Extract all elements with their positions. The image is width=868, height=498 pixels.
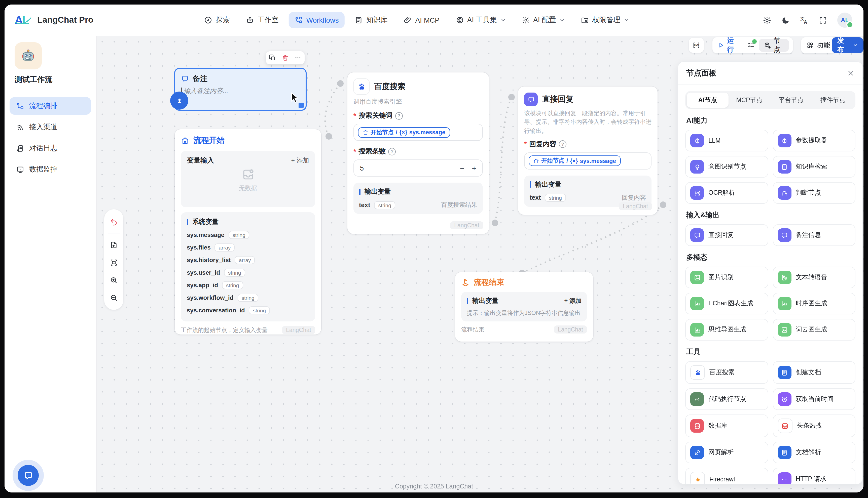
help-icon[interactable]: ?	[559, 141, 567, 148]
minus-button[interactable]: −	[460, 164, 464, 172]
panel-node-网页解析[interactable]: 网页解析	[685, 442, 768, 463]
search-keyword-input[interactable]: 开始节点/ {×}sys.message	[354, 124, 483, 141]
variable-name: sys.workflow_id	[187, 294, 233, 301]
sidebar-item-label: 对话日志	[29, 144, 58, 153]
panel-node-思维导图生成[interactable]: 思维导图生成	[685, 319, 768, 341]
tab-plugin-nodes[interactable]: 插件节点	[812, 93, 854, 108]
user-avatar[interactable]: AL	[837, 13, 852, 28]
panel-node-知识库检索[interactable]: 知识库检索	[773, 156, 855, 178]
fullscreen-icon[interactable]	[819, 16, 827, 24]
doc-icon	[778, 160, 791, 173]
undo-button[interactable]	[105, 213, 122, 230]
tab-mcp-nodes[interactable]: MCP节点	[729, 93, 770, 108]
sidebar-item-数据监控[interactable]: 数据监控	[10, 160, 91, 178]
panel-node-判断节点[interactable]: 判断节点	[773, 182, 855, 204]
panel-node-参数提取器[interactable]: 参数提取器	[773, 130, 855, 152]
panel-node-文档解析[interactable]: 文档解析	[773, 442, 855, 463]
panel-node-图片识别[interactable]: 图片识别	[685, 266, 768, 288]
nav-item-探索[interactable]: 探索	[198, 12, 236, 29]
flow-end-node[interactable]: 流程结束 输出变量 + 添加 提示：输出变量将作为JSON字符串信息输出 流程结…	[455, 272, 593, 342]
panel-node-文本转语音[interactable]: 文本转语音	[773, 266, 855, 288]
panel-node-获取当前时间[interactable]: 获取当前时间	[773, 388, 855, 410]
publish-button[interactable]: 发布	[832, 37, 864, 53]
variable-ref-pill[interactable]: 开始节点/ {×}sys.message	[358, 127, 450, 137]
nav-item-工作室[interactable]: 工作室	[240, 12, 285, 29]
add-variable-button[interactable]: + 添加	[291, 156, 309, 165]
nav-item-知识库[interactable]: 知识库	[349, 12, 394, 29]
panel-node-备注信息[interactable]: 备注信息	[773, 224, 855, 246]
help-icon[interactable]: ?	[395, 112, 403, 119]
note-resize-handle[interactable]	[298, 103, 304, 108]
panel-node-词云图生成[interactable]: 词云图生成	[773, 319, 855, 341]
zoom-in-button[interactable]	[105, 272, 122, 288]
nav-item-ai-工具集[interactable]: AI 工具集	[450, 12, 512, 29]
sidebar-item-对话日志[interactable]: 对话日志	[10, 139, 91, 157]
publish-label: 发布	[837, 36, 851, 54]
panel-node-label: 直接回复	[709, 231, 733, 239]
start-node[interactable]: 流程开始 变量输入 + 添加 无数据	[175, 129, 321, 335]
variable-ref-pill[interactable]: 开始节点/ {×}sys.message	[529, 156, 621, 166]
search-count-stepper[interactable]: 5 − +	[354, 159, 483, 176]
panel-node-数据库[interactable]: 数据库	[685, 415, 768, 437]
sidebar-item-流程编排[interactable]: 流程编排	[10, 97, 91, 115]
translate-icon[interactable]: 文A	[800, 16, 808, 24]
workflow-avatar[interactable]	[15, 42, 42, 69]
baidu-search-node[interactable]: 百度搜索 调用百度搜索引擎 *搜索关键词? 开始节点/ {×}sys.messa…	[347, 73, 489, 234]
zoom-out-button[interactable]	[105, 289, 122, 306]
panel-node-代码执行节点[interactable]: {··}代码执行节点	[685, 388, 768, 410]
panel-node-LLM[interactable]: LLM	[685, 130, 768, 152]
tab-ai-nodes[interactable]: AI节点	[687, 93, 729, 108]
copy-icon[interactable]	[269, 55, 276, 61]
direct-reply-node[interactable]: 直接回复 该模块可以直接回复一段指定的内容。常用于引导、提示。非字符串内容传入时…	[518, 87, 658, 215]
note-node[interactable]: 备注 输入备注内容...	[174, 68, 307, 111]
app-stage: AL LangChat Pro 探索工作室Workflows知识库AI MCPA…	[0, 0, 868, 498]
fit-view-button[interactable]	[105, 254, 122, 271]
plus-button[interactable]: +	[472, 164, 476, 172]
run-toolbar: 运行 节点	[712, 37, 793, 53]
app-logo[interactable]: AL LangChat Pro	[4, 14, 115, 27]
grid-icon	[807, 42, 814, 49]
chat-fab-button[interactable]	[17, 465, 39, 486]
moon-icon[interactable]	[781, 16, 790, 24]
panel-node-label: 创建文档	[796, 368, 821, 377]
brain-nav-icon	[456, 16, 464, 24]
panel-node-Firecrawl[interactable]: Firecrawl	[685, 468, 768, 484]
close-icon[interactable]	[847, 69, 854, 77]
nav-item-workflows[interactable]: Workflows	[289, 12, 345, 28]
nav-item-ai-mcp[interactable]: AI MCP	[397, 12, 445, 28]
file-plus-button[interactable]	[105, 236, 122, 253]
divider	[742, 41, 743, 49]
panel-node-意图识别节点[interactable]: 意图识别节点	[685, 156, 768, 178]
panel-node-头条热搜[interactable]: 头条头条热搜	[773, 415, 855, 437]
panel-node-OCR解析[interactable]: OCROCR解析	[685, 182, 768, 204]
panel-node-时序图生成[interactable]: 时序图生成	[773, 293, 855, 314]
node-button[interactable]: 节点	[758, 39, 789, 52]
panel-node-百度搜索[interactable]: 百度搜索	[685, 361, 768, 384]
panel-node-创建文档[interactable]: 创建文档	[773, 361, 855, 384]
checklist-button[interactable]	[747, 41, 754, 49]
undo-icon	[110, 218, 118, 226]
reply-content-input[interactable]: 开始节点/ {×}sys.message	[524, 153, 651, 170]
nav-item-权限管理[interactable]: 权限管理	[574, 12, 635, 29]
more-icon[interactable]	[295, 55, 302, 61]
image-icon	[690, 271, 704, 284]
note-input[interactable]: 输入备注内容...	[175, 84, 306, 97]
panel-node-EChart图表生成[interactable]: EChart图表生成	[685, 293, 768, 314]
panel-node-直接回复[interactable]: 直接回复	[685, 224, 768, 246]
note-send-button[interactable]	[170, 92, 188, 110]
help-icon[interactable]: ?	[388, 148, 396, 155]
nav-item-ai-配置[interactable]: AI 配置	[515, 12, 571, 29]
langchat-badge: LangChat	[554, 326, 587, 333]
http-icon: HTTP	[778, 472, 791, 484]
gear-icon[interactable]	[763, 16, 771, 24]
add-output-button[interactable]: + 添加	[564, 297, 582, 305]
node-panel: 节点面板 AI节点 MCP节点 平台节点 插件节点 AI能力LLM参数提取器意图…	[678, 61, 863, 484]
env-button[interactable]: ENV	[689, 38, 704, 53]
panel-node-HTTP 请求[interactable]: HTTPHTTP 请求	[773, 468, 855, 484]
feature-button[interactable]: 功能	[801, 37, 836, 53]
tab-platform-nodes[interactable]: 平台节点	[770, 93, 812, 108]
output-label: 输出变量	[467, 296, 498, 305]
sidebar-item-接入渠道[interactable]: 接入渠道	[10, 118, 91, 136]
trash-icon[interactable]	[282, 55, 289, 61]
run-button[interactable]: 运行	[716, 36, 738, 54]
